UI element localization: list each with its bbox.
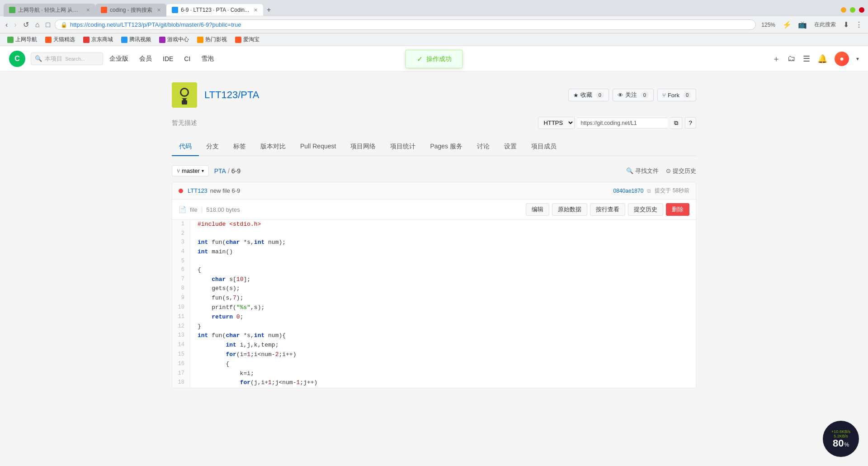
code-line-7[interactable]: 7 char s[10]; — [172, 275, 696, 285]
fork-icon: ⑂ — [662, 92, 666, 99]
project-search[interactable]: 🔍 本项目 Search... — [31, 52, 103, 65]
code-line-6[interactable]: 6 { — [172, 266, 696, 275]
create-button[interactable]: ＋ — [772, 53, 780, 64]
success-icon: ✓ — [417, 55, 423, 63]
commit-history-button[interactable]: ⊙ 提交历史 — [666, 167, 696, 175]
clone-protocol-select[interactable]: HTTPS SSH — [538, 117, 575, 129]
back-button[interactable]: ‹ — [4, 19, 9, 31]
code-line-4[interactable]: 4 int main() — [172, 247, 696, 257]
fork-button[interactable]: ⑂ Fork 0 — [657, 89, 696, 101]
cast-button[interactable]: 📺 — [796, 19, 809, 31]
maximize-button[interactable] — [850, 7, 855, 13]
browser-search[interactable]: 在此搜索 — [811, 19, 839, 30]
breadcrumb-separator: / — [228, 167, 230, 175]
code-line-2[interactable]: 2 — [172, 229, 696, 238]
bookmark-button[interactable]: □ — [44, 19, 52, 31]
tab-members[interactable]: 项目成员 — [524, 138, 564, 156]
code-line-17[interactable]: 17 k=i; — [172, 369, 696, 379]
tab-network[interactable]: 项目网络 — [343, 138, 383, 156]
tab-pullrequest[interactable]: Pull Request — [293, 138, 343, 156]
find-file-button[interactable]: 🔍 寻找文件 — [626, 167, 659, 175]
zoom-button[interactable]: 125% — [759, 20, 778, 29]
tab-close-1[interactable]: ✕ — [86, 7, 90, 13]
code-line-8[interactable]: 8 gets(s); — [172, 284, 696, 294]
raw-button[interactable]: 原始数据 — [552, 203, 587, 216]
nav-ci[interactable]: CI — [179, 52, 195, 65]
watch-button[interactable]: 👁 关注 0 — [613, 89, 654, 101]
code-line-18[interactable]: 18 for(j,i+1;j<num-1;j++) — [172, 378, 696, 388]
more-button[interactable]: ⋮ — [854, 19, 864, 31]
nav-xuepao[interactable]: 雪泡 — [197, 52, 218, 66]
tab-stats[interactable]: 项目统计 — [383, 138, 423, 156]
app-logo[interactable]: C — [9, 51, 25, 67]
code-line-9[interactable]: 9 fun(s,7); — [172, 294, 696, 303]
line-num-6: 6 — [172, 266, 190, 275]
browser-tab-3[interactable]: 6-9 · LTT123 · PTA · Codin... ✕ — [166, 4, 263, 16]
tab-close-3[interactable]: ✕ — [254, 7, 258, 13]
code-line-3[interactable]: 3 int fun(char *s,int num); — [172, 238, 696, 247]
tab-settings[interactable]: 设置 — [497, 138, 524, 156]
code-line-14[interactable]: 14 int i,j,k,temp; — [172, 341, 696, 350]
clone-copy-button[interactable]: ⧉ — [670, 117, 682, 129]
tab-code[interactable]: 代码 — [172, 138, 199, 156]
nav-ide[interactable]: IDE — [158, 52, 178, 65]
clone-url-input[interactable] — [577, 118, 668, 128]
refresh-button[interactable]: ↺ — [21, 19, 31, 31]
code-line-15[interactable]: 15 for(i=1;i<num-2;i++) — [172, 350, 696, 360]
user-menu-button[interactable]: ▾ — [856, 56, 859, 62]
tab-branches[interactable]: 分支 — [199, 138, 226, 156]
download-button[interactable]: ⬇ — [841, 19, 851, 31]
code-line-12[interactable]: 12 } — [172, 322, 696, 332]
dashboard-button[interactable]: ☰ — [803, 54, 810, 64]
edit-button[interactable]: 编辑 — [526, 203, 549, 216]
copy-hash-icon[interactable]: ⧉ — [647, 188, 651, 194]
user-avatar[interactable]: ● — [835, 52, 849, 66]
tab-tags[interactable]: 标签 — [226, 138, 253, 156]
tab-close-2[interactable]: ✕ — [157, 7, 161, 13]
browser-tab-2[interactable]: coding - 搜狗搜索 ✕ — [95, 4, 166, 17]
bookmark-label-4: 腾讯视频 — [129, 36, 151, 43]
history-button[interactable]: 提交历史 — [628, 203, 663, 216]
bookmark-wangdaohang[interactable]: 上网导航 — [4, 35, 41, 44]
branch-selector[interactable]: ⑂ master ▾ — [172, 165, 209, 176]
commit-meta: 0840ae1870 ⧉ 提交于 58秒前 — [613, 187, 689, 195]
bookmark-youxi[interactable]: 游戏中心 — [156, 35, 193, 44]
blame-button[interactable]: 按行查看 — [590, 203, 625, 216]
breadcrumb-root[interactable]: PTA — [214, 167, 226, 175]
tab-favicon-3 — [172, 7, 178, 13]
bookmark-jingdong[interactable]: 京东商城 — [80, 35, 117, 44]
code-line-1[interactable]: 1 #include <stdio.h> — [172, 220, 696, 229]
minimize-button[interactable] — [841, 7, 846, 13]
new-tab-button[interactable]: + — [263, 4, 274, 16]
extensions-button[interactable]: ⚡ — [781, 19, 793, 31]
repo-title[interactable]: LTT123/PTA — [204, 89, 259, 100]
nav-member[interactable]: 会员 — [135, 52, 156, 66]
notifications-button[interactable]: 🔔 — [817, 54, 827, 64]
code-line-16[interactable]: 16 { — [172, 360, 696, 369]
code-line-13[interactable]: 13 int fun(char *s,int num){ — [172, 331, 696, 341]
tab-label-1: 上网导航 · 轻快上网 从这里开 — [18, 6, 81, 14]
clone-help-button[interactable]: ? — [685, 117, 696, 128]
home-button[interactable]: ⌂ — [33, 19, 42, 31]
line-num-7: 7 — [172, 275, 190, 285]
tab-compare[interactable]: 版本对比 — [253, 138, 293, 156]
bookmark-taobao[interactable]: 爱淘宝 — [231, 35, 263, 44]
commit-hash[interactable]: 0840ae1870 — [613, 188, 644, 194]
bookmark-yingshi[interactable]: 热门影视 — [193, 35, 231, 44]
code-line-11[interactable]: 11 return 0; — [172, 313, 696, 322]
commit-author[interactable]: LTT123 — [188, 187, 208, 194]
code-line-5[interactable]: 5 — [172, 257, 696, 266]
delete-button[interactable]: 删除 — [666, 203, 689, 216]
tab-pages[interactable]: Pages 服务 — [423, 138, 470, 156]
forward-button[interactable]: › — [12, 19, 18, 31]
address-bar[interactable]: 🔒 https://coding.net/u/LTT123/p/PTA/git/… — [55, 19, 756, 30]
star-button[interactable]: ★ 收藏 0 — [568, 89, 609, 101]
bookmark-tengxun[interactable]: 腾讯视频 — [118, 35, 155, 44]
code-line-10[interactable]: 10 printf("%s",s); — [172, 303, 696, 313]
tab-discuss[interactable]: 讨论 — [470, 138, 497, 156]
close-button[interactable] — [859, 7, 864, 13]
bookmark-tianmao[interactable]: 天猫精选 — [42, 35, 79, 44]
browser-tab-1[interactable]: 上网导航 · 轻快上网 从这里开 ✕ — [4, 4, 95, 17]
nav-enterprise[interactable]: 企业版 — [105, 52, 133, 66]
repos-button[interactable]: 🗂 — [788, 54, 796, 63]
